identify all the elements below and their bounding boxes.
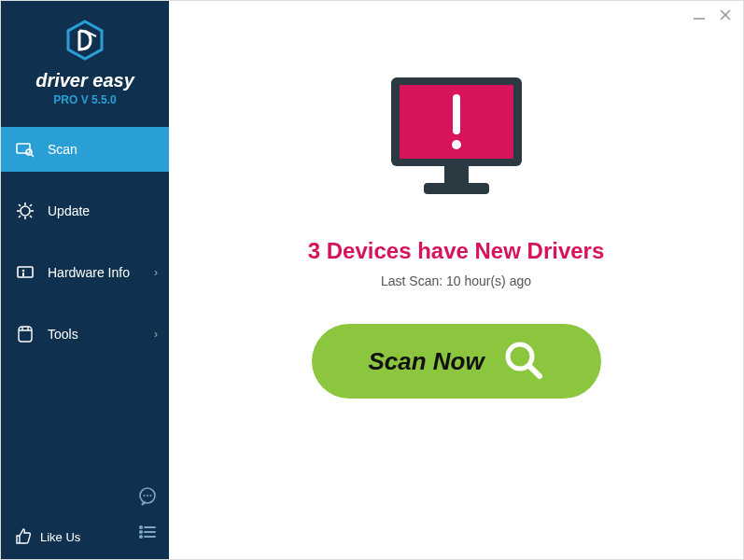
svg-point-25 [140, 531, 142, 533]
svg-point-23 [140, 526, 142, 528]
close-button[interactable] [719, 8, 732, 25]
main-panel: 3 Devices have New Drivers Last Scan: 10… [169, 1, 743, 559]
svg-line-13 [19, 216, 21, 217]
scan-now-label: Scan Now [368, 347, 484, 376]
sidebar-footer-icons [137, 486, 158, 546]
svg-point-27 [140, 536, 142, 538]
svg-rect-35 [424, 183, 489, 194]
menu-list-icon[interactable] [137, 522, 158, 546]
logo-area: driver easy PRO V 5.5.0 [1, 1, 169, 114]
tools-icon [16, 325, 36, 343]
gear-icon [16, 202, 36, 220]
svg-point-22 [150, 495, 152, 497]
svg-line-10 [19, 204, 21, 206]
svg-point-21 [147, 495, 148, 497]
like-us-label: Like Us [40, 530, 80, 544]
window-controls [693, 8, 732, 25]
search-icon [501, 338, 544, 385]
svg-marker-0 [68, 21, 102, 59]
alert-monitor-graphic [377, 70, 536, 214]
nav: Scan Update Hardware Info › [1, 127, 169, 357]
svg-rect-34 [444, 166, 469, 183]
svg-point-15 [22, 270, 25, 273]
last-scan-text: Last Scan: 10 hour(s) ago [381, 273, 531, 288]
brand-name: driver easy [1, 70, 169, 91]
svg-point-37 [452, 140, 461, 149]
thumbs-up-icon [14, 526, 33, 548]
nav-label: Tools [48, 327, 78, 342]
info-icon [16, 263, 36, 282]
svg-line-39 [529, 366, 540, 376]
svg-rect-14 [18, 267, 33, 277]
svg-line-4 [31, 154, 34, 157]
sidebar: driver easy PRO V 5.5.0 Scan Update [1, 1, 169, 559]
svg-rect-16 [22, 273, 24, 276]
minimize-button[interactable] [693, 8, 706, 25]
sidebar-item-update[interactable]: Update [1, 189, 169, 233]
sidebar-item-hardware-info[interactable]: Hardware Info › [1, 250, 169, 295]
nav-label: Scan [48, 142, 77, 157]
nav-label: Hardware Info [48, 265, 130, 280]
scan-now-button[interactable]: Scan Now [312, 324, 601, 399]
app-logo-icon [63, 18, 107, 63]
scan-icon [16, 140, 36, 159]
svg-point-5 [21, 206, 30, 216]
app-window: driver easy PRO V 5.5.0 Scan Update [1, 1, 743, 559]
version-label: PRO V 5.5.0 [1, 93, 169, 106]
sidebar-item-scan[interactable]: Scan [1, 127, 169, 172]
svg-point-20 [144, 495, 146, 497]
chevron-right-icon: › [154, 266, 158, 279]
chevron-right-icon: › [154, 328, 158, 341]
svg-rect-2 [17, 144, 30, 153]
alert-title: 3 Devices have New Drivers [308, 238, 605, 264]
sidebar-item-tools[interactable]: Tools › [1, 312, 169, 357]
svg-line-12 [30, 204, 32, 206]
feedback-icon[interactable] [137, 486, 158, 511]
svg-line-11 [30, 216, 32, 217]
nav-label: Update [48, 203, 90, 218]
